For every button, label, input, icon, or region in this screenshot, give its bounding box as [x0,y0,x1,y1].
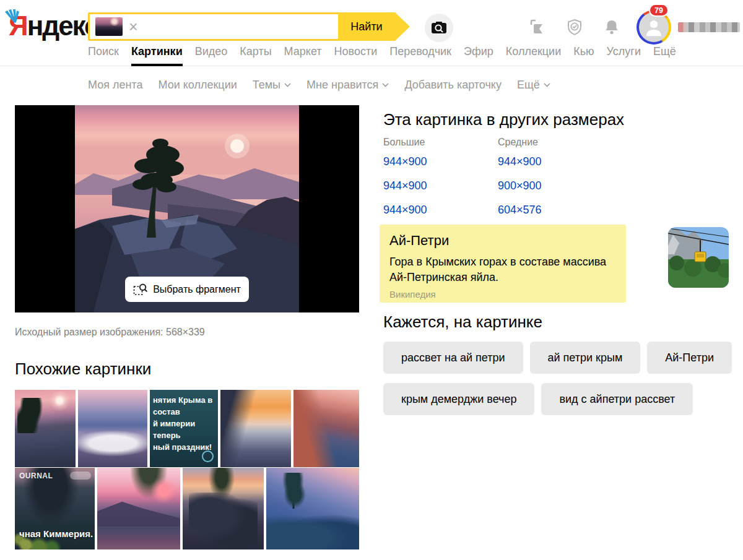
yandex-logo[interactable]: Яндекс [9,11,98,41]
tab-novosti[interactable]: Новости [334,45,378,66]
thumbnail-caption: нятия Крыма в состав й империи теперь ны… [150,394,218,453]
other-sizes-title: Эта картинка в других размерах [383,110,624,129]
tab-perevodchik[interactable]: Переводчик [389,45,451,66]
suggestion-tags-row-1: рассвет на ай петри ай петри крым Ай-Пет… [383,342,732,374]
thumbnail-badge [70,472,91,480]
username-blurred[interactable] [678,22,740,32]
header: Яндекс × Найти [0,0,743,66]
size-link[interactable]: 604×576 [498,204,542,217]
logo-fan-icon [4,9,20,27]
similar-thumbnail[interactable] [293,390,359,467]
tab-kollekcii[interactable]: Коллекции [506,45,561,66]
tab-efir[interactable]: Эфир [464,45,493,66]
suggestion-tag[interactable]: Ай-Петри [647,342,732,374]
similar-thumbnail[interactable]: OURNAL чная Киммерия. 30 - 5 мая 2018 г [15,468,95,549]
similar-thumbnail[interactable] [97,468,180,549]
cable-car-photo [668,227,729,288]
subnav-more[interactable]: Ещё [517,79,550,92]
size-link[interactable]: 900×900 [498,179,542,192]
subnav-add-card[interactable]: Добавить карточку [404,79,502,92]
subnav-themes[interactable]: Темы [253,79,291,92]
image-viewer[interactable]: Выбрать фрагмент [15,105,359,312]
collections-subnav: Моя лента Мои коллекции Темы Мне нравитс… [88,79,550,92]
suggestions-title: Кажется, на картинке [383,312,542,332]
similar-images-title: Похожие картинки [15,360,151,379]
similar-thumbnail[interactable] [183,468,264,549]
tab-poisk[interactable]: Поиск [88,45,119,66]
entity-thumbnail[interactable] [668,227,729,288]
tab-uslugi[interactable]: Услуги [607,45,641,66]
thumbnail-caption: чная Киммерия. 30 - 5 мая 2018 г [19,500,95,549]
size-link[interactable]: 944×900 [383,179,427,192]
tab-market[interactable]: Маркет [284,45,322,66]
tab-kartinki[interactable]: Картинки [131,45,183,66]
size-link[interactable]: 944×900 [383,204,427,217]
original-size-caption: Исходный размер изображения: 568×339 [15,327,205,338]
size-link[interactable]: 944×900 [383,155,427,168]
suggestion-tag[interactable]: крым демерджи вечер [383,383,534,415]
thumbnail-watermark: OURNAL [19,472,53,480]
suggestion-tag[interactable]: рассвет на ай петри [383,342,523,374]
suggestion-tag[interactable]: вид с айпетри рассвет [541,383,693,415]
similar-thumbnail[interactable] [266,468,359,549]
chevron-down-icon [382,83,389,87]
sizes-column-header-medium: Средние [498,137,538,148]
select-fragment-button[interactable]: Выбрать фрагмент [125,277,249,302]
fragment-icon [133,283,147,296]
entity-description: Гора в Крымских горах в составе массива … [389,254,616,285]
suggestion-tag[interactable]: ай петри крым [530,342,641,374]
size-link[interactable]: 944×900 [498,155,542,168]
tab-kyu[interactable]: Кью [573,45,594,66]
subnav-liked[interactable]: Мне нравится [306,79,389,92]
tab-video[interactable]: Видео [195,45,228,66]
chevron-down-icon [284,83,291,87]
subnav-my-collections[interactable]: Мои коллекции [158,79,237,92]
similar-thumbnail[interactable] [220,390,291,467]
thumbnail-decor [97,499,180,527]
service-tabs: Поиск Картинки Видео Карты Маркет Новост… [88,0,676,66]
similar-images-row-2: OURNAL чная Киммерия. 30 - 5 мая 2018 г [15,468,359,549]
similar-thumbnail[interactable] [78,390,147,467]
chevron-down-icon [544,83,550,87]
sizes-column-header-large: Большие [383,137,425,148]
similar-thumbnail[interactable] [15,390,76,467]
logo-letter-ya: Я [9,11,27,41]
similar-thumbnail[interactable]: нятия Крыма в состав й империи теперь ны… [150,390,218,467]
entity-title: Ай-Петри [389,233,616,249]
entity-source-link[interactable]: Википедия [389,289,616,299]
tab-eshche[interactable]: Ещё [653,45,676,66]
suggestion-tags-row-2: крым демерджи вечер вид с айпетри рассве… [383,383,693,415]
entity-card: Ай-Петри Гора в Крымских горах в составе… [380,225,626,303]
similar-images-row-1: нятия Крыма в состав й империи теперь ны… [15,390,359,467]
tab-karty[interactable]: Карты [240,45,271,66]
subnav-my-feed[interactable]: Моя лента [88,79,142,92]
